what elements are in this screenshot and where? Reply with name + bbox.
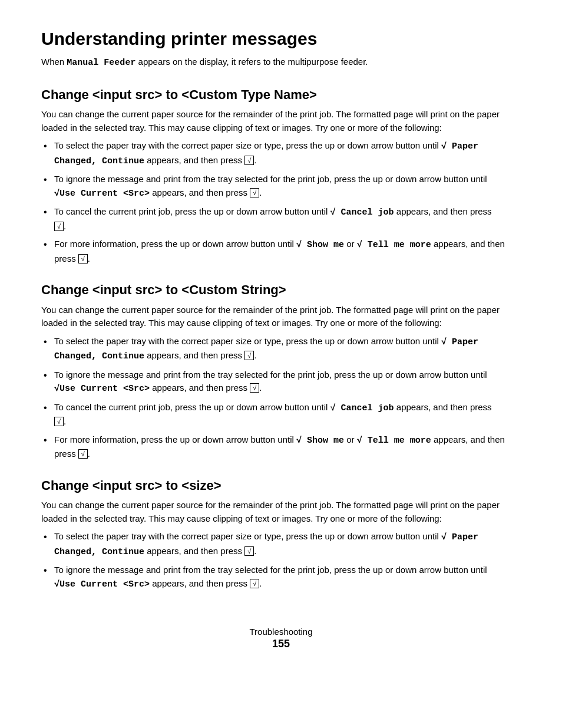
page-title: Understanding printer messages bbox=[41, 28, 521, 50]
code-label: Use Current <Src> bbox=[59, 384, 150, 394]
checkbox-icon: √ bbox=[244, 156, 254, 165]
code-label: Paper Changed, Continue bbox=[54, 141, 478, 166]
list-item: To select the paper tray with the correc… bbox=[41, 335, 521, 364]
checkbox-icon: √ bbox=[250, 383, 259, 393]
section-size: Change <input src> to <size> You can cha… bbox=[41, 477, 521, 592]
section-heading-2: Change <input src> to <Custom String> bbox=[41, 282, 521, 299]
code-label: Use Current <Src> bbox=[59, 579, 150, 589]
page-footer: Troubleshooting 155 bbox=[41, 627, 521, 650]
list-item: For more information, press the up or do… bbox=[41, 433, 521, 461]
check-symbol: √ bbox=[330, 402, 336, 416]
footer-page-number: 155 bbox=[41, 638, 521, 650]
check-symbol: √ bbox=[441, 336, 447, 350]
section-2-body: You can change the current paper source … bbox=[41, 304, 521, 330]
check-symbol: √ bbox=[54, 187, 59, 201]
list-item: To ignore the message and print from the… bbox=[41, 173, 521, 200]
list-item: To select the paper tray with the correc… bbox=[41, 139, 521, 168]
list-item: To cancel the current print job, press t… bbox=[41, 205, 521, 233]
list-item: For more information, press the up or do… bbox=[41, 238, 521, 265]
list-item: To ignore the message and print from the… bbox=[41, 564, 521, 591]
check-symbol: √ bbox=[357, 434, 362, 448]
intro-suffix: appears on the display, it refers to the… bbox=[135, 57, 368, 67]
intro-code: Manual Feeder bbox=[67, 58, 135, 68]
code-label: Paper Changed, Continue bbox=[54, 532, 478, 557]
code-label: Tell me more bbox=[362, 240, 431, 250]
section-heading-1: Change <input src> to <Custom Type Name> bbox=[41, 87, 521, 104]
checkbox-icon: √ bbox=[78, 449, 88, 459]
footer-label: Troubleshooting bbox=[41, 627, 521, 637]
section-3-list: To select the paper tray with the correc… bbox=[41, 530, 521, 591]
checkbox-icon: √ bbox=[250, 579, 259, 588]
section-custom-type-name: Change <input src> to <Custom Type Name>… bbox=[41, 87, 521, 266]
checkbox-icon: √ bbox=[244, 351, 254, 360]
check-symbol: √ bbox=[296, 239, 302, 252]
section-heading-3: Change <input src> to <size> bbox=[41, 477, 521, 495]
section-1-list: To select the paper tray with the correc… bbox=[41, 139, 521, 265]
section-1-body: You can change the current paper source … bbox=[41, 108, 521, 134]
code-label: Paper Changed, Continue bbox=[54, 337, 478, 362]
check-symbol: √ bbox=[330, 206, 336, 220]
checkbox-icon: √ bbox=[250, 188, 259, 197]
list-item: To select the paper tray with the correc… bbox=[41, 530, 521, 559]
intro-paragraph: When Manual Feeder appears on the displa… bbox=[41, 55, 521, 70]
intro-prefix: When bbox=[41, 57, 67, 67]
checkbox-icon: √ bbox=[54, 222, 64, 231]
code-label: Show me bbox=[302, 436, 344, 446]
check-symbol: √ bbox=[54, 578, 59, 592]
check-symbol: √ bbox=[441, 140, 447, 154]
section-custom-string: Change <input src> to <Custom String> Yo… bbox=[41, 282, 521, 461]
code-label: Show me bbox=[302, 240, 344, 250]
list-item: To cancel the current print job, press t… bbox=[41, 401, 521, 429]
code-label: Tell me more bbox=[362, 436, 431, 446]
list-item: To ignore the message and print from the… bbox=[41, 368, 521, 396]
checkbox-icon: √ bbox=[54, 417, 64, 426]
code-label: Use Current <Src> bbox=[59, 189, 150, 199]
check-symbol: √ bbox=[357, 239, 362, 252]
code-label: Cancel job bbox=[336, 207, 394, 218]
checkbox-icon: √ bbox=[244, 546, 254, 556]
checkbox-icon: √ bbox=[78, 254, 88, 263]
code-label: Cancel job bbox=[336, 403, 394, 413]
check-symbol: √ bbox=[296, 434, 302, 448]
check-symbol: √ bbox=[441, 531, 447, 545]
section-2-list: To select the paper tray with the correc… bbox=[41, 335, 521, 461]
check-symbol: √ bbox=[54, 383, 59, 396]
section-3-body: You can change the current paper source … bbox=[41, 499, 521, 525]
